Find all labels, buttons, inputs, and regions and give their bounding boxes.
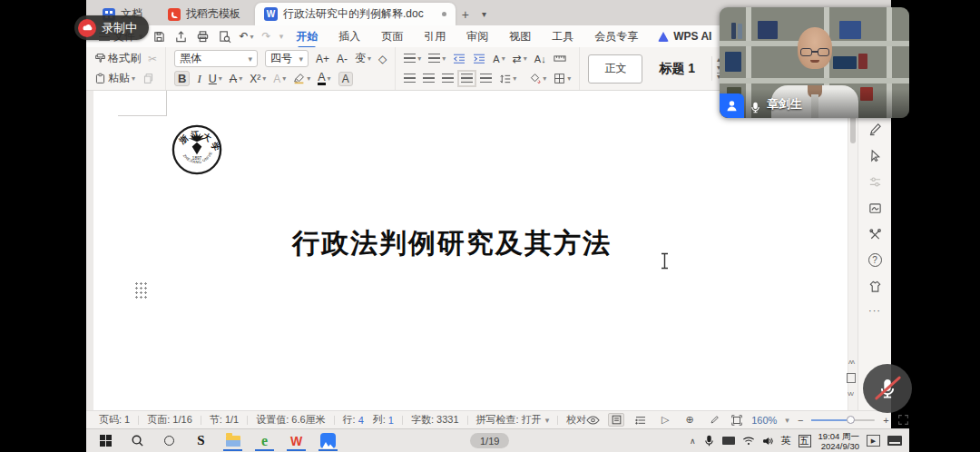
chevron-down-icon[interactable]: ▾ <box>785 416 789 425</box>
ribbon-tab-member[interactable]: 会员专享 <box>594 29 638 44</box>
text-direction-button[interactable]: A▾ <box>493 54 505 64</box>
fullscreen-icon[interactable] <box>897 414 909 426</box>
tab-templates[interactable]: 找稻壳模板 <box>159 3 250 25</box>
numbered-list-button[interactable]: ▾ <box>428 54 446 64</box>
customize-toolbar-chevron-icon[interactable]: ▾ <box>279 32 284 41</box>
clear-format-button[interactable]: ◇ <box>378 53 387 65</box>
font-color-button[interactable]: A▾ <box>318 73 330 85</box>
font-size-select[interactable]: 四号▾ <box>265 50 309 67</box>
style-normal[interactable]: 正文 <box>588 54 642 84</box>
ribbon-tab-view[interactable]: 视图 <box>509 29 531 44</box>
file-explorer-button[interactable] <box>220 430 245 451</box>
line-spacing-button[interactable]: ▾ <box>499 74 516 84</box>
ribbon-tab-home[interactable]: 开始 <box>296 29 318 44</box>
cut-icon[interactable]: ✂ <box>148 53 157 65</box>
adjust-settings-icon[interactable] <box>867 174 882 189</box>
tray-device-icon[interactable] <box>722 437 735 445</box>
decrease-indent-icon[interactable] <box>453 54 466 64</box>
phonetic-guide-button[interactable]: A▾ <box>273 73 286 85</box>
font-name-select[interactable]: 黑体▾ <box>174 50 258 67</box>
underline-button[interactable]: U▾ <box>209 73 222 85</box>
ie-browser-button[interactable]: e <box>252 430 277 451</box>
new-tab-button[interactable]: + <box>456 3 475 25</box>
zoom-slider[interactable] <box>811 419 875 421</box>
redo-button[interactable]: ↷ <box>262 30 271 43</box>
format-painter-button[interactable]: 格式刷 <box>94 51 141 66</box>
zoom-slider-knob[interactable] <box>847 416 855 424</box>
meeting-app-button[interactable] <box>316 430 340 451</box>
view-page-mode-button[interactable] <box>608 413 624 427</box>
view-web-mode-button[interactable]: ⊕ <box>681 413 698 427</box>
ribbon-tab-tools[interactable]: 工具 <box>552 29 573 44</box>
zoom-in-button[interactable]: + <box>883 415 888 426</box>
save-icon[interactable] <box>152 30 166 44</box>
status-word-count[interactable]: 字数: 3331 <box>411 413 459 427</box>
language-indicator[interactable]: 英 <box>781 434 791 447</box>
bold-button[interactable]: B <box>174 71 190 86</box>
zoom-out-button[interactable]: − <box>798 415 803 426</box>
help-icon[interactable]: ? <box>868 253 882 267</box>
sort-button[interactable]: A↓ <box>534 54 546 64</box>
superscript-button[interactable]: X²▾ <box>250 73 266 85</box>
volume-icon[interactable] <box>762 436 774 447</box>
signature-icon[interactable] <box>867 201 882 215</box>
ribbon-tab-review[interactable]: 审阅 <box>466 29 488 44</box>
style-heading1[interactable]: 标题 1 <box>652 61 702 77</box>
align-left-button[interactable] <box>404 74 416 84</box>
microphone-muted-button[interactable] <box>863 364 912 413</box>
ribbon-tab-insert[interactable]: 插入 <box>338 29 360 44</box>
align-justify-button[interactable] <box>461 74 473 84</box>
next-page-icon[interactable]: ᴧᴧ <box>848 391 854 397</box>
status-proofread[interactable]: 校对 <box>566 413 586 427</box>
align-right-button[interactable] <box>442 74 454 84</box>
tray-mic-icon[interactable] <box>703 435 715 447</box>
grow-font-button[interactable]: A+ <box>316 53 329 65</box>
document-title-text[interactable]: 行政法判例研究及其方法 <box>292 225 612 262</box>
undo-button[interactable]: ↶▾ <box>240 30 254 43</box>
tools-icon[interactable] <box>867 227 882 241</box>
ribbon-tab-reference[interactable]: 引用 <box>424 29 446 44</box>
view-outline-mode-button[interactable] <box>632 413 649 427</box>
status-spellcheck[interactable]: 拼写检查: 打开 <box>476 413 542 427</box>
tray-expand-icon[interactable]: ∧ <box>690 437 696 446</box>
wps-ai-button[interactable]: WPS AI <box>658 30 711 43</box>
paste-button[interactable]: 粘贴 ▾ <box>94 71 135 86</box>
wps-office-button[interactable]: W <box>284 430 309 451</box>
increase-indent-icon[interactable] <box>473 54 485 64</box>
view-edit-mode-button[interactable] <box>706 413 722 427</box>
capture-app-button[interactable]: S <box>189 430 213 451</box>
eye-preview-icon[interactable] <box>586 415 600 426</box>
bullet-list-button[interactable]: ▾ <box>404 54 421 64</box>
select-browse-object-icon[interactable] <box>847 373 856 383</box>
skin-theme-icon[interactable] <box>867 279 882 293</box>
shading-button[interactable]: ▾ <box>529 73 546 84</box>
align-center-button[interactable] <box>423 74 435 84</box>
fit-page-icon[interactable] <box>730 414 743 427</box>
tab-document[interactable]: W 行政法研究中的判例解释.doc <box>255 3 456 25</box>
document-canvas[interactable]: 浙 江 大 学 1897 ZHEJIANG UNIVERSITY 行政法判例研究… <box>86 91 891 410</box>
video-playback-tray-icon[interactable]: ▶ <box>867 435 880 447</box>
char-shading-button[interactable]: A <box>338 72 353 86</box>
touch-keyboard-icon[interactable] <box>887 436 902 446</box>
wrap-button[interactable]: ⇄▾ <box>513 53 527 65</box>
export-icon[interactable] <box>174 30 188 44</box>
print-icon[interactable] <box>196 30 210 44</box>
select-cursor-icon[interactable] <box>867 148 882 162</box>
cortana-button[interactable] <box>157 430 181 451</box>
taskbar-clock[interactable]: 19:04 周一2024/9/30 <box>818 431 859 451</box>
print-preview-icon[interactable] <box>218 30 231 44</box>
ime-indicator[interactable]: 五 <box>799 435 811 447</box>
tab-list-button[interactable]: ▾ <box>475 3 493 25</box>
text-effects-button[interactable]: 变▾ <box>355 51 371 66</box>
view-read-mode-button[interactable]: ▷ <box>657 413 673 427</box>
paragraph-drag-handle-icon[interactable] <box>134 281 147 299</box>
shrink-font-button[interactable]: A- <box>337 53 348 65</box>
align-distribute-button[interactable] <box>480 74 492 84</box>
copy-icon[interactable] <box>142 73 154 84</box>
show-marks-icon[interactable] <box>554 54 566 64</box>
chevron-down-icon[interactable]: ▾ <box>545 416 550 425</box>
more-sidebar-icon[interactable]: ··· <box>868 305 881 316</box>
ribbon-tab-page[interactable]: 页面 <box>381 29 403 44</box>
borders-button[interactable]: ▾ <box>554 73 571 84</box>
taskbar-search-button[interactable] <box>125 430 150 451</box>
